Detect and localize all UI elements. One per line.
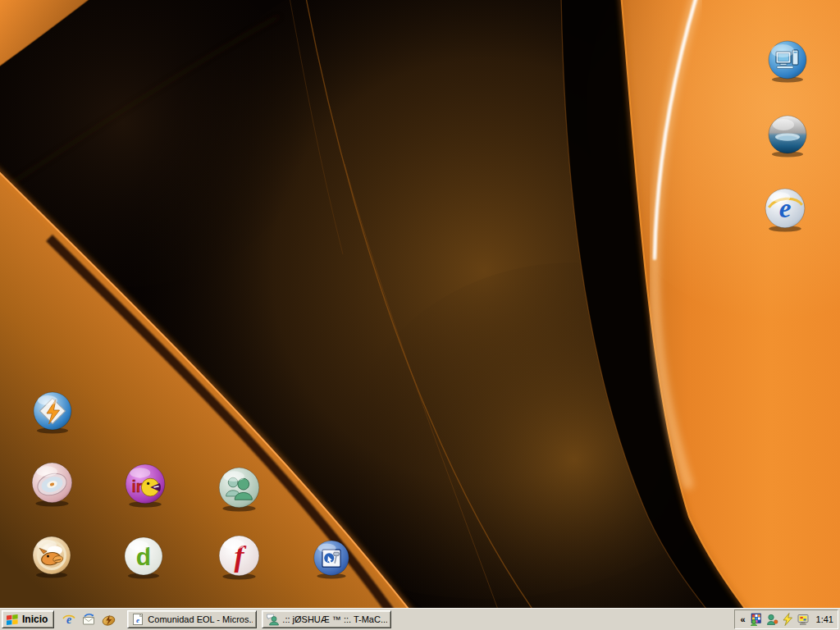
system-tray: « bbox=[734, 609, 838, 629]
internet-explorer-page-icon: e bbox=[131, 613, 144, 626]
quick-launch-internet-explorer[interactable]: e bbox=[62, 612, 76, 627]
messenger-mosaic-icon[interactable] bbox=[750, 613, 763, 626]
start-button[interactable]: Inicio bbox=[2, 610, 54, 628]
quick-launch-outlook-express[interactable] bbox=[81, 612, 96, 627]
desktop-icon-winamp[interactable] bbox=[31, 391, 74, 434]
desktop-icon-my-documents-sphere[interactable] bbox=[766, 115, 809, 158]
taskbar-tasks: e Comunidad EOL - Micros... .:: jØSHUÆ ™… bbox=[127, 610, 391, 628]
task-label: .:: jØSHUÆ ™ ::. T-MaC... bbox=[282, 614, 387, 624]
quick-launch-winamp[interactable] bbox=[101, 612, 116, 627]
svg-text:e: e bbox=[136, 616, 139, 624]
winamp-icon bbox=[102, 613, 116, 627]
task-label: Comunidad EOL - Micros... bbox=[148, 614, 253, 624]
start-label: Inicio bbox=[22, 614, 48, 625]
desktop-icon-mirc[interactable]: ir bbox=[123, 463, 167, 508]
tray-clock[interactable]: 1:41 bbox=[816, 614, 833, 624]
display-settings-icon[interactable] bbox=[797, 613, 810, 626]
msn-messenger-status-icon[interactable] bbox=[765, 613, 778, 626]
taskbar-task-comunidad-eol[interactable]: e Comunidad EOL - Micros... bbox=[127, 610, 257, 628]
desktop-icon-cd-disc[interactable] bbox=[30, 462, 75, 507]
desktop-icon-flash[interactable]: f bbox=[217, 535, 262, 580]
desktop-icon-dreamweaver[interactable]: d bbox=[122, 536, 165, 579]
quick-launch: e bbox=[62, 612, 116, 627]
outlook-express-icon bbox=[82, 613, 95, 626]
desktop-icon-msn-messenger[interactable] bbox=[217, 467, 262, 512]
internet-explorer-icon: e bbox=[62, 613, 75, 626]
windows-logo-icon bbox=[6, 614, 19, 626]
desktop-icon-my-computer[interactable] bbox=[766, 40, 809, 83]
svg-text:ir: ir bbox=[131, 477, 142, 495]
desktop-icon-frontpage[interactable] bbox=[312, 540, 351, 579]
taskbar: Inicio e bbox=[0, 608, 840, 630]
wallpaper bbox=[0, 0, 840, 608]
desktop-icon-emule[interactable] bbox=[30, 536, 73, 578]
msn-messenger-icon bbox=[266, 613, 279, 626]
winamp-agent-icon[interactable] bbox=[781, 613, 794, 626]
desktop-icon-internet-explorer[interactable]: e bbox=[763, 188, 807, 232]
desktop[interactable]: e bbox=[0, 0, 840, 608]
tray-chevron[interactable]: « bbox=[738, 614, 746, 625]
taskbar-task-joshua-tmac[interactable]: .:: jØSHUÆ ™ ::. T-MaC... bbox=[262, 610, 391, 628]
